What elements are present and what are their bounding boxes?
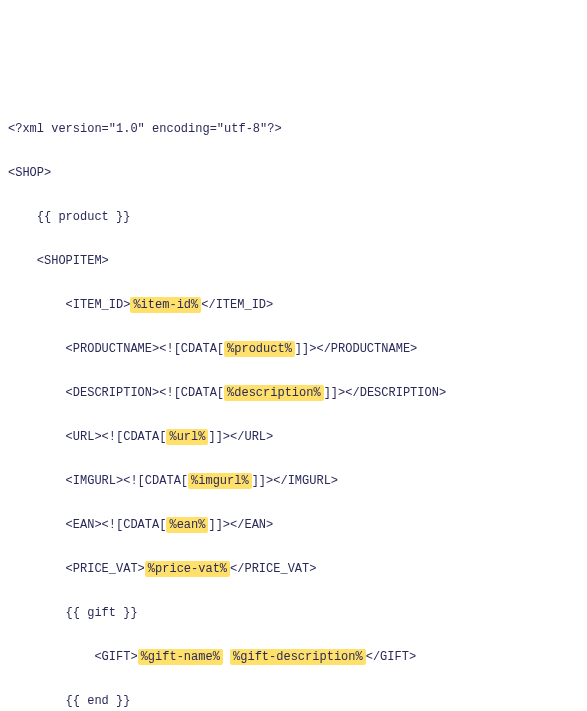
price-vat-placeholder: %price-vat% xyxy=(145,561,230,577)
shopitem-open: <SHOPITEM> xyxy=(37,254,109,268)
gift-space xyxy=(223,650,230,664)
code-line: <EAN><![CDATA[%ean%]]></EAN> xyxy=(8,514,579,536)
gift-open: <GIFT> xyxy=(94,650,137,664)
code-line: <URL><![CDATA[%url%]]></URL> xyxy=(8,426,579,448)
code-line: {{ end }} xyxy=(8,690,579,711)
ean-open: <EAN><![CDATA[ xyxy=(66,518,167,532)
code-line: {{ product }} xyxy=(8,206,579,228)
gift-loop-open: {{ gift }} xyxy=(66,606,138,620)
item-id-close: </ITEM_ID> xyxy=(201,298,273,312)
product-placeholder: %product% xyxy=(224,341,295,357)
shop-open: <SHOP> xyxy=(8,166,51,180)
code-line: <DESCRIPTION><![CDATA[%description%]]></… xyxy=(8,382,579,404)
code-line: <?xml version="1.0" encoding="utf-8"?> xyxy=(8,118,579,140)
code-line: <GIFT>%gift-name% %gift-description%</GI… xyxy=(8,646,579,668)
url-open: <URL><![CDATA[ xyxy=(66,430,167,444)
productname-close: ]]></PRODUCTNAME> xyxy=(295,342,417,356)
imgurl-placeholder: %imgurl% xyxy=(188,473,252,489)
item-id-placeholder: %item-id% xyxy=(130,297,201,313)
url-placeholder: %url% xyxy=(166,429,208,445)
description-close: ]]></DESCRIPTION> xyxy=(324,386,446,400)
imgurl-open: <IMGURL><![CDATA[ xyxy=(66,474,188,488)
description-open: <DESCRIPTION><![CDATA[ xyxy=(66,386,224,400)
imgurl-close: ]]></IMGURL> xyxy=(252,474,338,488)
item-id-open: <ITEM_ID> xyxy=(66,298,131,312)
gift-name-placeholder: %gift-name% xyxy=(138,649,223,665)
product-loop-open: {{ product }} xyxy=(37,210,131,224)
code-line: <PRICE_VAT>%price-vat%</PRICE_VAT> xyxy=(8,558,579,580)
ean-placeholder: %ean% xyxy=(166,517,208,533)
ean-close: ]]></EAN> xyxy=(208,518,273,532)
gift-close: </GIFT> xyxy=(366,650,416,664)
code-line: {{ gift }} xyxy=(8,602,579,624)
url-close: ]]></URL> xyxy=(208,430,273,444)
gift-loop-end: {{ end }} xyxy=(66,694,131,708)
gift-description-placeholder: %gift-description% xyxy=(230,649,366,665)
xml-declaration: <?xml version="1.0" encoding="utf-8"?> xyxy=(8,122,282,136)
productname-open: <PRODUCTNAME><![CDATA[ xyxy=(66,342,224,356)
price-vat-close: </PRICE_VAT> xyxy=(230,562,316,576)
code-line: <PRODUCTNAME><![CDATA[%product%]]></PROD… xyxy=(8,338,579,360)
price-vat-open: <PRICE_VAT> xyxy=(66,562,145,576)
code-line: <IMGURL><![CDATA[%imgurl%]]></IMGURL> xyxy=(8,470,579,492)
code-line: <SHOP> xyxy=(8,162,579,184)
code-line: <SHOPITEM> xyxy=(8,250,579,272)
xml-template-code: <?xml version="1.0" encoding="utf-8"?> <… xyxy=(8,96,579,711)
code-line: <ITEM_ID>%item-id%</ITEM_ID> xyxy=(8,294,579,316)
description-placeholder: %description% xyxy=(224,385,324,401)
